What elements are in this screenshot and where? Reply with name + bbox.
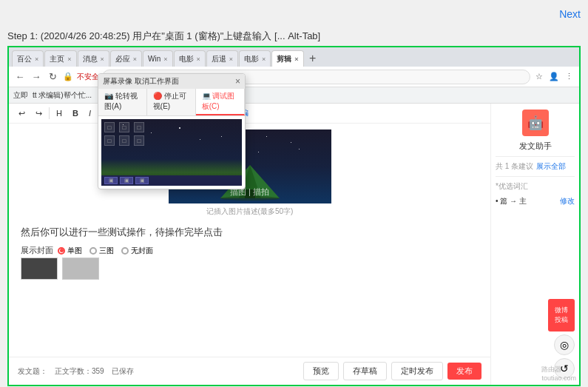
action-bar-left: 发文题： 正文字数：359 已保存	[18, 366, 299, 377]
tab-6[interactable]: 后退 ×	[206, 50, 238, 67]
popup-content: □ □ □ □ □ □ ▣ ▣ ▣	[98, 116, 245, 189]
address-bar: ← → ↻ 🔒 不安全 ☆ 👤 ⋮	[9, 67, 579, 87]
tab-8[interactable]: 剪辑 ×	[271, 50, 303, 67]
popup-tab-1[interactable]: 🔴 停止可视(E)	[147, 89, 196, 115]
browser-tabs: 百公 × 主页 × 消息 × 必应 × Win × 电影 × 后退 × 电影 ×…	[9, 47, 579, 67]
browser-window: 百公 × 主页 × 消息 × 必应 × Win × 电影 × 后退 × 电影 ×…	[7, 46, 581, 386]
radio-dot-triple	[89, 247, 97, 255]
menu-icon[interactable]: ⋮	[563, 71, 575, 83]
watermark: 路由器toutiao.com	[541, 365, 576, 382]
char-count: 正文字数：359	[55, 366, 104, 377]
tab-3[interactable]: 必应 ×	[110, 50, 142, 67]
bookmark-1[interactable]: tt 求编辑)帮个忙...	[33, 90, 92, 101]
thumb-1[interactable]	[21, 258, 58, 280]
taskbar-item-2: ▣	[135, 177, 149, 184]
display-label: 展示封面	[21, 245, 53, 256]
tab-1[interactable]: 主页 ×	[44, 50, 76, 67]
weibo-float-btn[interactable]: 微博投稿	[548, 299, 575, 332]
editor-body[interactable]: 描图 | 描拍 记插入图片描述(最多50字) 然后你可以进行一些测试操作，待操作…	[9, 124, 490, 357]
schedule-button[interactable]: 定时发布	[391, 362, 443, 380]
desktop-preview: □ □ □ □ □ □ ▣ ▣ ▣	[101, 119, 242, 186]
tab-7[interactable]: 电影 ×	[239, 50, 271, 67]
refresh-float-btn[interactable]: ◎	[554, 334, 575, 355]
next-button[interactable]: Next	[559, 8, 581, 20]
word-item-row: • 篇 → 主 修改	[496, 196, 575, 206]
word-count-label: 发文题：	[18, 366, 47, 377]
image-caption: 记插入图片描述(最多50字)	[21, 206, 479, 217]
back-button[interactable]: ←	[13, 70, 27, 84]
undo-button[interactable]: ↩	[15, 107, 29, 120]
popup-title: 屏幕录像 取消工作界面	[103, 76, 179, 87]
star-icon[interactable]: ☆	[533, 71, 545, 83]
word-range-label: *优选词汇	[496, 181, 528, 192]
desktop-icon-5: □	[134, 135, 144, 146]
tab-0[interactable]: 百公 ×	[12, 50, 44, 67]
desktop-icon-2: □	[134, 122, 144, 132]
forward-button[interactable]: →	[30, 70, 43, 84]
top-bar: Next	[0, 0, 588, 28]
suggestions-label: 共 1 条建议	[496, 161, 533, 172]
popup-close-button[interactable]: ×	[235, 76, 240, 87]
profile-icon[interactable]: 👤	[548, 71, 560, 83]
suggest-link[interactable]: 展示全部	[536, 161, 566, 172]
editor-main: ↩ ↪ H B I U 🔗 📷 📊 🔔 ☰ 文·文章编	[9, 104, 490, 385]
desktop-icon-0: □	[104, 122, 115, 132]
desktop-icon-1: □	[119, 122, 129, 132]
thumbnail-area	[21, 256, 479, 281]
tab-5[interactable]: 电影 ×	[174, 50, 206, 67]
radio-group: 单图 三图 无封面	[58, 246, 153, 256]
display-section: 展示封面 单图 三图 无封面	[21, 245, 479, 256]
taskbar-item-0: ▣	[104, 177, 118, 184]
redo-button[interactable]: ↪	[32, 107, 46, 120]
page-content: ↩ ↪ H B I U 🔗 📷 📊 🔔 ☰ 文·文章编	[9, 104, 579, 385]
bookmark-0[interactable]: 立即	[13, 90, 28, 101]
toolbar-icons: ☆ 👤 ⋮	[533, 71, 575, 83]
desktop-icon-4: □	[119, 135, 129, 146]
content-text: 然后你可以进行一些测试操作，待操作完毕点击	[21, 226, 479, 239]
suggestions-row: 共 1 条建议 展示全部	[496, 161, 575, 172]
radio-none[interactable]: 无封面	[121, 246, 153, 256]
desktop-icon-3: □	[104, 135, 115, 146]
panel-divider-2	[496, 176, 575, 177]
popup-titlebar: 屏幕录像 取消工作界面 ×	[98, 74, 245, 89]
publish-button[interactable]: 发布	[447, 363, 481, 380]
action-bar: 发文题： 正文字数：359 已保存 预览 存草稿 定时发布 发布	[9, 357, 490, 385]
panel-title: 发文助手	[519, 141, 552, 152]
bold-button[interactable]: B	[69, 107, 82, 119]
action-bar-right: 预览 存草稿 定时发布 发布	[303, 362, 481, 380]
popup-tab-0[interactable]: 📷 轮转视图(A)	[98, 89, 147, 115]
robot-icon: 🤖	[522, 110, 549, 136]
word-item: • 篇 → 主	[496, 196, 527, 206]
radio-dot-single	[58, 247, 65, 255]
popup-overlay: 屏幕录像 取消工作界面 × 📷 轮转视图(A) 🔴 停止可视(E) 💻 调试图板…	[98, 73, 246, 189]
panel-divider-1	[496, 156, 575, 157]
new-tab-button[interactable]: +	[305, 50, 321, 67]
save-draft-button[interactable]: 存草稿	[343, 362, 387, 380]
radio-dot-none	[121, 247, 129, 255]
bookmarks-bar: 立即 tt 求编辑)帮个忙...	[9, 87, 579, 104]
right-panel: 🤖 发文助手 共 1 条建议 展示全部 *优选词汇 • 篇 → 主 修改 微博投…	[490, 104, 579, 385]
radio-triple[interactable]: 三图	[89, 246, 114, 256]
step-label: Step 1: (2020/4/26 20:48:25) 用户在"桌面 1 (窗…	[0, 28, 588, 46]
tab-4[interactable]: Win ×	[143, 50, 173, 67]
popup-tabs: 📷 轮转视图(A) 🔴 停止可视(E) 💻 调试图板(C)	[98, 89, 245, 116]
insecure-label: 不安全	[77, 72, 99, 82]
toolbar-sep-1	[49, 107, 50, 119]
italic-button[interactable]: I	[85, 107, 95, 119]
edit-link[interactable]: 修改	[560, 196, 575, 206]
desktop-taskbar: ▣ ▣ ▣	[101, 175, 242, 186]
taskbar-item-1: ▣	[120, 177, 133, 184]
thumb-2[interactable]	[62, 258, 99, 280]
security-icon: 🔒	[62, 71, 74, 83]
popup-tab-2[interactable]: 💻 调试图板(C)	[196, 89, 245, 115]
tab-2[interactable]: 消息 ×	[78, 50, 109, 67]
desktop-icons: □ □ □ □ □ □	[104, 122, 146, 146]
save-status: 已保存	[112, 366, 134, 377]
heading-button[interactable]: H	[53, 107, 66, 119]
preview-button[interactable]: 预览	[303, 362, 339, 380]
radio-single[interactable]: 单图	[58, 246, 82, 256]
refresh-button[interactable]: ↻	[46, 70, 59, 84]
editor-toolbar: ↩ ↪ H B I U 🔗 📷 📊 🔔 ☰ 文·文章编	[9, 104, 490, 124]
